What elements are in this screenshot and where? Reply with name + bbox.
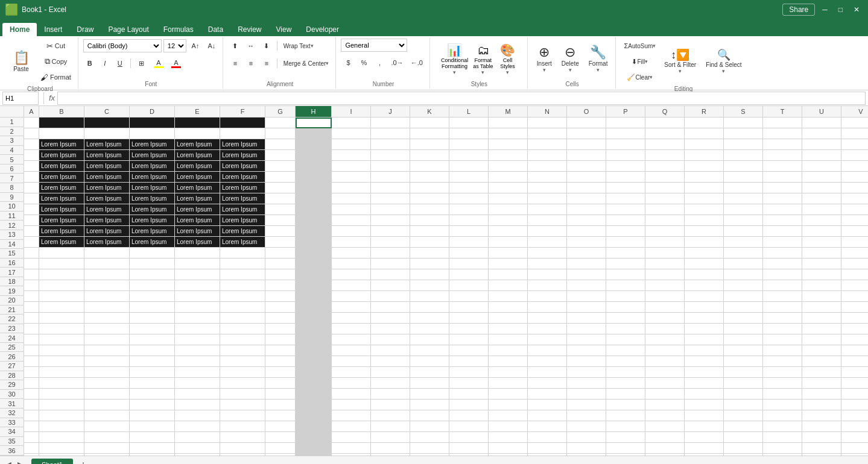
cell-C10[interactable]: Lorem Ipsum [84,215,130,226]
cell-K17[interactable] [410,291,449,302]
cell-A19[interactable] [24,313,39,324]
cell-D24[interactable] [130,367,175,378]
row-header-22[interactable]: 22 [0,315,24,324]
cell-C9[interactable]: Lorem Ipsum [84,204,130,215]
cell-I3[interactable] [332,139,371,150]
cell-A4[interactable] [24,150,39,161]
row-header-30[interactable]: 30 [0,390,24,400]
number-format-select[interactable]: General [341,39,407,52]
cell-L17[interactable] [449,291,489,302]
cell-D31[interactable] [130,443,175,454]
cell-C21[interactable] [84,334,130,345]
cell-Q15[interactable] [645,269,685,280]
cell-I6[interactable] [332,172,371,183]
cell-J21[interactable] [371,334,410,345]
cell-F16[interactable] [220,280,265,291]
cell-U27[interactable] [802,400,841,410]
cell-C15[interactable] [84,269,130,280]
font-size-select[interactable]: 12 [163,39,186,52]
cell-A21[interactable] [24,334,39,345]
cell-R32[interactable] [685,454,724,456]
row-header-21[interactable]: 21 [0,306,24,315]
cell-U2[interactable] [802,128,841,139]
cell-M13[interactable] [489,248,528,259]
cell-D5[interactable]: Lorem Ipsum [130,161,175,172]
cell-S25[interactable] [724,378,763,389]
cell-A1[interactable] [24,118,39,128]
cell-H31[interactable] [296,443,332,454]
cell-I17[interactable] [332,291,371,302]
cell-L13[interactable] [449,248,489,259]
cell-P11[interactable] [606,226,645,237]
cell-H29[interactable] [296,421,332,432]
cell-A32[interactable] [24,454,39,456]
align-right-button[interactable]: ≡ [259,56,274,71]
row-header-16[interactable]: 16 [0,259,24,268]
cell-V8[interactable] [841,193,868,204]
cell-D2[interactable] [130,128,175,139]
cell-O1[interactable] [567,118,606,128]
cell-G16[interactable] [265,280,296,291]
cell-C13[interactable] [84,248,130,259]
cell-U18[interactable] [802,302,841,313]
cell-R19[interactable] [685,313,724,324]
cell-E5[interactable]: Lorem Ipsum [175,161,220,172]
row-header-9[interactable]: 9 [0,193,24,202]
cell-N24[interactable] [528,367,567,378]
cell-Q31[interactable] [645,443,685,454]
cell-R16[interactable] [685,280,724,291]
cell-E22[interactable] [175,345,220,356]
cell-M3[interactable] [489,139,528,150]
cell-J10[interactable] [371,215,410,226]
cell-Q12[interactable] [645,237,685,248]
cell-styles-button[interactable]: 🎨 CellStyles ▾ [496,41,519,77]
cell-P9[interactable] [606,204,645,215]
cell-H22[interactable] [296,345,332,356]
cell-D6[interactable]: Lorem Ipsum [130,172,175,183]
cell-N23[interactable] [528,356,567,367]
cell-R22[interactable] [685,345,724,356]
cell-P18[interactable] [606,302,645,313]
cell-F15[interactable] [220,269,265,280]
row-header-29[interactable]: 29 [0,380,24,390]
cell-H10[interactable] [296,215,332,226]
cell-F19[interactable] [220,313,265,324]
cell-P28[interactable] [606,410,645,421]
cell-G30[interactable] [265,432,296,443]
decrease-decimal-button[interactable]: ←.0 [408,55,426,70]
cell-H6[interactable] [296,172,332,183]
cell-R3[interactable] [685,139,724,150]
cell-D14[interactable] [130,259,175,269]
cell-O20[interactable] [567,324,606,334]
cell-F21[interactable] [220,334,265,345]
cell-M10[interactable] [489,215,528,226]
cell-T17[interactable] [763,291,802,302]
cell-L7[interactable] [449,183,489,193]
cell-H24[interactable] [296,367,332,378]
cell-L14[interactable] [449,259,489,269]
cell-I25[interactable] [332,378,371,389]
col-header-s[interactable]: S [724,106,763,117]
cell-G22[interactable] [265,345,296,356]
cell-P24[interactable] [606,367,645,378]
row-header-33[interactable]: 33 [0,418,24,428]
cell-J9[interactable] [371,204,410,215]
cell-A8[interactable] [24,193,39,204]
cell-G11[interactable] [265,226,296,237]
maximize-icon[interactable]: □ [835,5,846,14]
cell-F32[interactable] [220,454,265,456]
cell-K7[interactable] [410,183,449,193]
cell-F31[interactable] [220,443,265,454]
bold-button[interactable]: B [83,56,97,71]
cell-C12[interactable]: Lorem Ipsum [84,237,130,248]
cell-L24[interactable] [449,367,489,378]
cell-F11[interactable]: Lorem Ipsum [220,226,265,237]
cell-I29[interactable] [332,421,371,432]
autosum-button[interactable]: Σ AutoSum ▾ [621,39,659,53]
cell-M4[interactable] [489,150,528,161]
cell-M16[interactable] [489,280,528,291]
cell-E7[interactable]: Lorem Ipsum [175,183,220,193]
cell-F6[interactable]: Lorem Ipsum [220,172,265,183]
cell-G20[interactable] [265,324,296,334]
col-header-a[interactable]: A [24,106,39,117]
